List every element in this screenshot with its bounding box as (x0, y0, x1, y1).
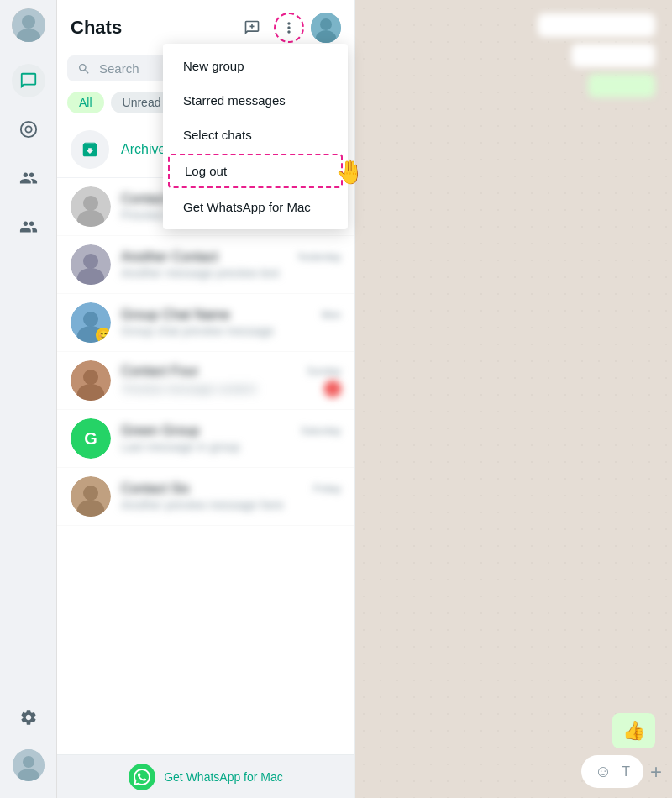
svg-point-15 (83, 254, 98, 269)
avatar: 😊 (71, 302, 111, 343)
chat-background: message msg reply 👍 ☺ T + (355, 0, 672, 798)
sidebar-bottom (12, 701, 45, 790)
attach-button[interactable]: + (650, 760, 662, 784)
menu-item-get-mac[interactable]: Get WhatsApp for Mac (163, 190, 348, 224)
chat-messages: message msg reply (365, 13, 662, 97)
svg-point-3 (20, 122, 35, 137)
message-input-area: ☺ T (581, 755, 643, 788)
main-chat-area: message msg reply 👍 ☺ T + (355, 0, 672, 798)
chat-time: Mon (322, 309, 341, 321)
avatar (12, 8, 45, 42)
unread-badge: 1 (324, 381, 341, 397)
chat-info: Contact Six Friday Another preview messa… (121, 481, 341, 512)
avatar: G (71, 418, 111, 459)
emoji-button[interactable]: ☺ (595, 762, 612, 781)
tab-all[interactable]: All (67, 92, 104, 113)
whatsapp-logo-icon (129, 764, 155, 790)
menu-item-logout[interactable]: Log out 🤚 (168, 154, 343, 188)
chat-preview: Another preview message here (121, 498, 341, 512)
avatar (71, 186, 111, 227)
avatar (71, 476, 111, 517)
svg-point-1 (22, 15, 35, 29)
chat-info: Contact Four Sunday Preview message cont… (121, 364, 341, 397)
menu-item-new-group[interactable]: New group (163, 49, 348, 83)
chat-name: Contact Four (121, 364, 198, 379)
sidebar-item-communities[interactable] (12, 161, 45, 195)
message-bubble: message (538, 13, 655, 37)
menu-item-starred[interactable]: Starred messages (163, 83, 348, 118)
svg-point-24 (83, 486, 98, 501)
chat-name-row: Another Contact Yesterday (121, 249, 341, 265)
sidebar-item-chats[interactable] (12, 64, 45, 97)
svg-point-9 (320, 18, 332, 30)
chat-info: Group Chat Name Mon Group chat preview m… (121, 307, 341, 338)
header-icons (237, 13, 341, 43)
more-options-button[interactable] (274, 13, 304, 43)
chat-name: Green Group (121, 423, 199, 438)
dropdown-menu: New group Starred messages Select chats … (163, 44, 348, 229)
sidebar-item-status[interactable] (12, 113, 45, 146)
thumb-emoji-message: 👍 (612, 713, 655, 748)
chat-item[interactable]: Contact Six Friday Another preview messa… (57, 468, 354, 526)
sidebar-top (12, 8, 45, 701)
svg-point-6 (23, 756, 34, 768)
sidebar-item-settings[interactable] (12, 701, 45, 734)
user-profile-avatar[interactable] (13, 749, 45, 781)
bottom-banner[interactable]: Get WhatsApp for Mac (57, 754, 354, 798)
chat-name-row: Contact Six Friday (121, 481, 341, 496)
message-bubble: reply (588, 74, 655, 97)
sidebar (0, 0, 57, 798)
chat-preview: Last message in group (121, 440, 341, 454)
chat-name: Another Contact (121, 249, 218, 265)
message-input-placeholder: T (622, 764, 630, 780)
chat-time: Yesterday (297, 251, 341, 263)
chat-info: Green Group Saturday Last message in gro… (121, 423, 341, 454)
chat-time: Saturday (301, 425, 341, 437)
svg-point-18 (83, 312, 98, 327)
chat-name-row: Group Chat Name Mon (121, 307, 341, 323)
chat-item[interactable]: Another Contact Yesterday Another messag… (57, 236, 354, 294)
svg-point-4 (25, 126, 31, 132)
chat-item[interactable]: Contact Four Sunday Preview message cont… (57, 352, 354, 410)
chat-name-row: Green Group Saturday (121, 423, 341, 438)
chat-preview: Preview message content 1 (121, 381, 341, 397)
chat-name: Group Chat Name (121, 307, 230, 323)
chat-info: Another Contact Yesterday Another messag… (121, 249, 341, 280)
message-bubble: msg (571, 44, 655, 67)
svg-point-21 (83, 370, 98, 385)
search-icon (77, 62, 91, 76)
avatar (71, 244, 111, 285)
chat-name: Contact Six (121, 481, 190, 496)
avatar (71, 360, 111, 401)
chat-time: Friday (313, 483, 341, 495)
archived-icon (71, 130, 109, 169)
svg-point-12 (83, 196, 98, 211)
page-title: Chats (71, 17, 122, 39)
chat-item[interactable]: G Green Group Saturday Last message in g… (57, 410, 354, 468)
chat-time: Sunday (307, 365, 341, 377)
chat-bottom-bar: ☺ T + (581, 755, 662, 788)
chat-preview: Group chat preview message (121, 324, 341, 338)
chat-item[interactable]: 😊 Group Chat Name Mon Group chat preview… (57, 294, 354, 352)
chat-preview: Another message preview text (121, 266, 341, 280)
sidebar-item-contacts[interactable] (12, 210, 45, 244)
new-chat-button[interactable] (237, 13, 267, 43)
user-avatar-header (311, 13, 341, 43)
banner-text: Get WhatsApp for Mac (164, 770, 283, 784)
chat-panel: Chats New group Starr (57, 0, 355, 798)
chat-name-row: Contact Four Sunday (121, 364, 341, 379)
menu-item-select-chats[interactable]: Select chats (163, 118, 348, 152)
